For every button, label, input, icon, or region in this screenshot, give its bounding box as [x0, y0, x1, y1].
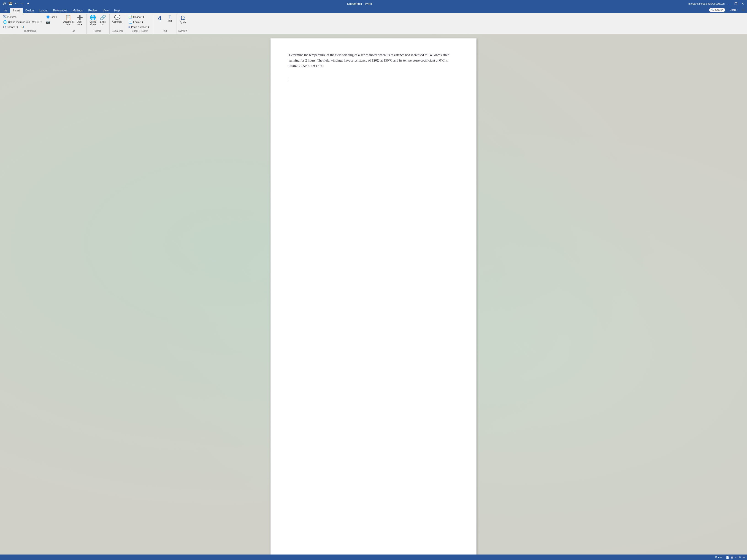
tab-review[interactable]: Review — [85, 8, 100, 13]
tab-references[interactable]: References — [50, 8, 70, 13]
shapes-icon: ⬡ — [3, 25, 6, 29]
online-video-icon: 🌐 — [90, 15, 96, 20]
text-content: 4 T Text — [155, 15, 174, 29]
status-icon-1[interactable]: 📄 — [726, 556, 729, 559]
page-number-button[interactable]: # Page Number ▼ — [127, 25, 151, 29]
search-icon: 🔍 — [711, 8, 714, 11]
add-ins-icon: ➕ — [77, 15, 83, 20]
text-icon: T — [169, 15, 171, 19]
save-button[interactable]: 💾 — [8, 1, 13, 6]
symbols-button[interactable]: Ω Symb — [178, 15, 187, 24]
status-icon-3[interactable]: ≡ — [735, 556, 737, 559]
screenshot-icon: 📷 — [46, 20, 50, 24]
text-box-button[interactable]: 4 — [155, 15, 164, 22]
tab-mailings[interactable]: Mailings — [70, 8, 85, 13]
symbols-group-label: Symbols — [179, 29, 187, 33]
tab-layout[interactable]: Layout — [36, 8, 50, 13]
symbols-group: Ω Symb Symbols — [177, 14, 189, 34]
comments-content: 💬 Comment — [111, 15, 123, 29]
status-icon-2[interactable]: ▦ — [731, 556, 733, 559]
media-group: 🌐 OnlineVideo 🔗 Links▼ Media — [86, 14, 110, 34]
minimize-button[interactable]: — — [726, 1, 731, 6]
icons-button[interactable]: 🔷 Icons — [45, 15, 58, 19]
tab-design[interactable]: Design — [23, 8, 36, 13]
media-content: 🌐 OnlineVideo 🔗 Links▼ — [88, 15, 108, 29]
document-area: Determine the temperature of the field w… — [0, 34, 747, 560]
document-text: Determine the temperature of the field w… — [289, 52, 458, 69]
share-button[interactable]: Share — [727, 7, 739, 12]
header-footer-col: 📑 Header ▼ 📃 Footer ▼ # Page Number ▼ — [127, 15, 151, 29]
text-group: 4 T Text Text — [153, 14, 177, 34]
user-email: margaret.flores.eng@ust.edu.ph — [689, 2, 725, 5]
icons-icon: 🔷 — [46, 15, 50, 19]
links-label: Links▼ — [100, 21, 105, 26]
symbols-content: Ω Symb — [178, 15, 187, 29]
tab-view[interactable]: View — [100, 8, 111, 13]
status-minus[interactable]: — — [743, 556, 745, 559]
header-footer-group: 📑 Header ▼ 📃 Footer ▼ # Page Number ▼ He… — [125, 14, 153, 34]
status-icons: 📄 ▦ ≡ 🖥 — — [726, 556, 745, 559]
online-video-label: OnlineVideo — [89, 21, 96, 26]
icons-label: Icons — [51, 16, 57, 18]
search-box[interactable]: 🔍 Search — [709, 8, 725, 12]
text-btn2[interactable]: T Text — [165, 15, 174, 23]
text-label: Text — [168, 20, 172, 22]
document-item-button[interactable]: 📋 DocumentItem — [62, 15, 74, 26]
illustrations-content: 🖼 Pictures 🌐 Online Pictures ⊙ 3D Models… — [2, 15, 58, 29]
restore-button[interactable]: ❐ — [733, 1, 738, 6]
illustrations-col: 🖼 Pictures 🌐 Online Pictures ⊙ 3D Models… — [2, 15, 44, 29]
title-bar-right: margaret.flores.eng@ust.edu.ph — ❐ ✕ — [689, 1, 745, 6]
text-label: Text — [163, 29, 167, 33]
footer-button[interactable]: 📃 Footer ▼ — [127, 20, 151, 24]
comment-button[interactable]: 💬 Comment — [111, 15, 123, 24]
links-button[interactable]: 🔗 Links▼ — [98, 15, 108, 26]
ribbon: 🖼 Pictures 🌐 Online Pictures ⊙ 3D Models… — [0, 13, 747, 34]
pictures-label: Pictures — [7, 16, 17, 18]
add-ins-label: Add-ins ▼ — [77, 21, 83, 26]
header-label: Header ▼ — [133, 16, 145, 18]
3d-models-label-inline: ⊙ 3D Models ▼ — [26, 21, 42, 23]
tap-content: 📋 DocumentItem ➕ Add-ins ▼ — [62, 15, 84, 29]
tap-label: Tap — [71, 29, 75, 33]
header-icon: 📑 — [128, 15, 132, 19]
text-box-icon: 4 — [158, 15, 161, 22]
screenshot-button[interactable]: 📷 — [45, 20, 58, 24]
page-number-label: Page Number ▼ — [131, 26, 150, 28]
document-item-icon: 📋 — [65, 15, 71, 20]
online-pictures-icon: 🌐 — [3, 20, 7, 24]
icons-col: 🔷 Icons 📷 — [45, 15, 58, 24]
undo-button[interactable]: ↩ — [14, 1, 19, 6]
tap-group: 📋 DocumentItem ➕ Add-ins ▼ Tap — [60, 14, 86, 34]
redo-button[interactable]: ↪ — [20, 1, 25, 6]
online-pictures-label: Online Pictures — [8, 21, 25, 23]
tab-help[interactable]: Help — [111, 8, 123, 13]
tab-home[interactable]: me — [1, 8, 10, 13]
comments-group: 💬 Comment Comments — [110, 14, 125, 34]
comments-label: Comments — [112, 29, 123, 33]
title-bar-controls-left: W 💾 ↩ ↪ ▼ — [2, 1, 31, 6]
shapes-button[interactable]: ⬡ Shapes ▼ 📊 — [2, 25, 44, 29]
pictures-button[interactable]: 🖼 Pictures — [2, 15, 44, 19]
close-button[interactable]: ✕ — [740, 1, 745, 6]
focus-label: Focus — [715, 556, 722, 559]
text-cursor — [289, 78, 289, 82]
ribbon-tabs: me Insert Design Layout References Maili… — [0, 7, 747, 13]
links-icon: 🔗 — [100, 15, 106, 20]
quick-access-more[interactable]: ▼ — [26, 1, 31, 6]
word-icon[interactable]: W — [2, 1, 7, 6]
illustrations-label: Illustrations — [24, 29, 36, 33]
online-pictures-button[interactable]: 🌐 Online Pictures ⊙ 3D Models ▼ — [2, 20, 44, 24]
header-button[interactable]: 📑 Header ▼ — [127, 15, 151, 19]
omega-icon: Ω — [181, 15, 185, 21]
title-bar: W 💾 ↩ ↪ ▼ Document1 - Word margaret.flor… — [0, 0, 747, 7]
header-footer-content: 📑 Header ▼ 📃 Footer ▼ # Page Number ▼ — [127, 15, 151, 29]
online-video-button[interactable]: 🌐 OnlineVideo — [88, 15, 98, 26]
document-page[interactable]: Determine the temperature of the field w… — [271, 38, 476, 555]
omega-symbol[interactable]: Ω — [741, 7, 746, 12]
add-ins-button[interactable]: ➕ Add-ins ▼ — [75, 15, 84, 26]
page-number-icon: # — [128, 25, 130, 29]
status-bar: Focus 📄 ▦ ≡ 🖥 — — [0, 555, 747, 560]
tab-insert[interactable]: Insert — [10, 8, 23, 13]
media-label: Media — [95, 29, 101, 33]
status-icon-4[interactable]: 🖥 — [738, 556, 741, 559]
